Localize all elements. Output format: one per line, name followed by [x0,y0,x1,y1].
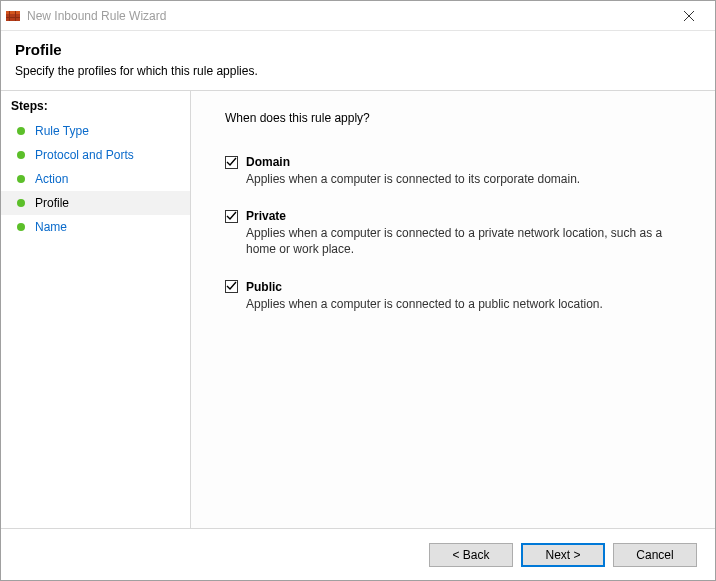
step-bullet-icon [17,223,25,231]
step-bullet-icon [17,199,25,207]
profile-desc: Applies when a computer is connected to … [246,296,676,312]
step-label: Rule Type [35,124,89,138]
step-bullet-icon [17,175,25,183]
window-title: New Inbound Rule Wizard [27,9,666,23]
step-protocol-ports[interactable]: Protocol and Ports [1,143,190,167]
step-name[interactable]: Name [1,215,190,239]
svg-rect-3 [9,11,10,21]
page-subtitle: Specify the profiles for which this rule… [15,64,701,78]
step-profile[interactable]: Profile [1,191,190,215]
svg-rect-2 [6,17,20,18]
back-button[interactable]: < Back [429,543,513,567]
steps-heading: Steps: [1,95,190,119]
next-button[interactable]: Next > [521,543,605,567]
step-label: Name [35,220,67,234]
profile-name: Public [246,280,282,294]
svg-rect-4 [15,11,16,21]
profile-name: Domain [246,155,290,169]
step-rule-type[interactable]: Rule Type [1,119,190,143]
content-pane: When does this rule apply? Domain Applie… [191,91,715,528]
close-button[interactable] [666,2,711,30]
wizard-footer: < Back Next > Cancel [1,528,715,580]
step-label: Protocol and Ports [35,148,134,162]
checkbox-public[interactable] [225,280,238,293]
page-title: Profile [15,41,701,58]
step-bullet-icon [17,127,25,135]
wizard-window: New Inbound Rule Wizard Profile Specify … [0,0,716,581]
svg-rect-1 [6,11,20,14]
profile-row: Domain [225,155,691,169]
step-action[interactable]: Action [1,167,190,191]
firewall-icon [5,8,21,24]
step-label: Profile [35,196,69,210]
profile-desc: Applies when a computer is connected to … [246,171,676,187]
checkbox-private[interactable] [225,210,238,223]
profile-public-block: Public Applies when a computer is connec… [225,280,691,312]
content-question: When does this rule apply? [225,111,691,125]
profile-name: Private [246,209,286,223]
titlebar: New Inbound Rule Wizard [1,1,715,31]
profile-row: Private [225,209,691,223]
profile-domain-block: Domain Applies when a computer is connec… [225,155,691,187]
wizard-header: Profile Specify the profiles for which t… [1,31,715,91]
checkbox-domain[interactable] [225,156,238,169]
step-bullet-icon [17,151,25,159]
profile-private-block: Private Applies when a computer is conne… [225,209,691,257]
profile-desc: Applies when a computer is connected to … [246,225,676,257]
wizard-body: Steps: Rule Type Protocol and Ports Acti… [1,91,715,528]
steps-sidebar: Steps: Rule Type Protocol and Ports Acti… [1,91,191,528]
cancel-button[interactable]: Cancel [613,543,697,567]
profile-row: Public [225,280,691,294]
step-label: Action [35,172,68,186]
